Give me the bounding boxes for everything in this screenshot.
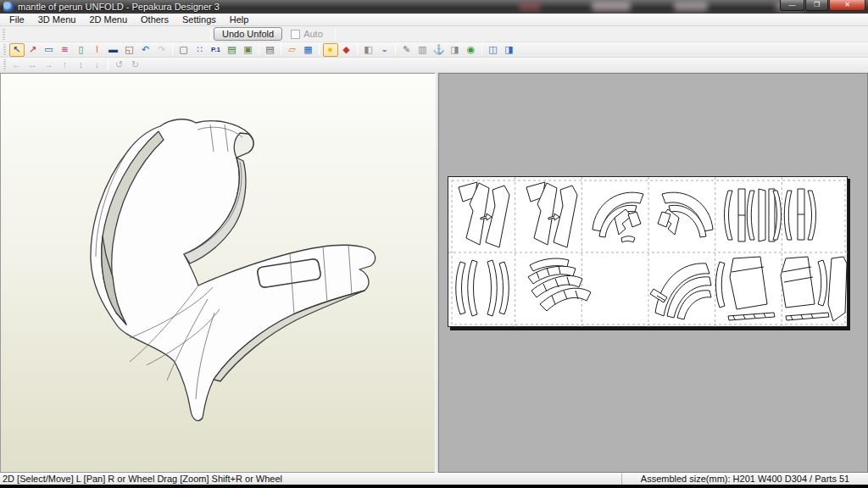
print-layout-button[interactable]: ▤	[225, 43, 240, 57]
sphere-select-tool[interactable]: ◉	[464, 43, 479, 57]
toolbar-grip[interactable]	[3, 44, 6, 55]
select-move-icon: ↖	[13, 45, 20, 54]
unfold-toolbar: Undo Unfold Auto	[0, 26, 868, 42]
color-cube-icon: ◆	[342, 45, 349, 54]
toolbar-main: ↖↗▭≋▯I▬◱↶↷▢∷P.1▤▣▤▱▦●◆◧◒✎▥⚓◨◉◫◨	[0, 42, 868, 58]
part-outline	[593, 192, 643, 242]
material-settings[interactable]: ≋	[58, 43, 73, 57]
rotate-part-tool[interactable]: ◱	[122, 43, 137, 57]
print-icon: ▤	[265, 45, 274, 54]
status-assembled-size: Assembled size(mm): H201 W400 D304 / Par…	[622, 474, 868, 485]
export-image-icon: ▣	[243, 45, 252, 54]
rotate-left-90-button[interactable]: ↺	[112, 58, 127, 72]
solid-box-view-toggle[interactable]: ◧	[361, 43, 376, 57]
layout-both-panes-icon: ◫	[488, 45, 497, 54]
texture-settings-icon: ▯	[78, 45, 83, 54]
open-box-view-icon: ◒	[381, 45, 387, 54]
page-number-toggle[interactable]: P.1	[209, 43, 224, 57]
color-cube-toggle[interactable]: ◆	[339, 43, 354, 57]
toolbar-grip[interactable]	[3, 29, 5, 40]
solid-box-view-icon: ◧	[364, 45, 372, 54]
toolbar-separator	[281, 44, 281, 55]
text-tool[interactable]: I	[90, 43, 105, 57]
page-number-icon: P.1	[211, 47, 220, 53]
flap-settings[interactable]: ▬	[106, 43, 121, 57]
viewport-2d[interactable]	[438, 73, 868, 473]
pattern-sheet[interactable]	[448, 176, 848, 327]
align-middle-horizontal-button[interactable]: ↕	[74, 58, 89, 72]
align-bottom-button[interactable]: ↓	[90, 58, 105, 72]
save-file-icon: ▦	[303, 45, 312, 54]
menu-item-3d-menu[interactable]: 3D Menu	[31, 14, 83, 25]
pen-tool[interactable]: ✎	[399, 43, 415, 57]
layout-both-panes-button[interactable]: ◫	[486, 43, 501, 57]
layout-single-pane-button[interactable]: ◨	[502, 43, 517, 57]
part-outline	[828, 257, 847, 321]
redo-button[interactable]: ↷	[154, 43, 170, 57]
toolbar-separator	[172, 44, 173, 55]
rotate-right-90-icon: ↻	[131, 60, 139, 69]
screen-edge	[0, 485, 868, 488]
edge-select-icon: ↗	[29, 45, 36, 54]
print-layout-icon: ▤	[227, 45, 236, 54]
undo-unfold-button[interactable]: Undo Unfold	[214, 27, 282, 41]
toolbar-grip[interactable]	[3, 59, 6, 70]
zoom-rectangle-tool[interactable]: ▢	[176, 43, 192, 57]
title-bar: mantle of perun UNFOLD - Pepakura Design…	[0, 0, 868, 14]
undo-button[interactable]: ↶	[138, 43, 153, 57]
check-correspondence-tool[interactable]: ∷	[192, 43, 208, 57]
part-outline	[459, 182, 509, 247]
save-file-button[interactable]: ▦	[301, 43, 316, 57]
part-outline	[526, 182, 577, 247]
pepakura-designer-window: mantle of perun UNFOLD - Pepakura Design…	[0, 0, 868, 488]
rotate-right-90-button[interactable]: ↻	[128, 58, 143, 72]
export-image-button[interactable]: ▣	[241, 43, 256, 57]
print-button[interactable]: ▤	[263, 43, 278, 57]
menu-item-file[interactable]: File	[3, 14, 31, 25]
align-right-icon: →	[44, 60, 53, 69]
align-center-vertical-button[interactable]: ↔	[25, 58, 41, 72]
open-box-view-toggle[interactable]: ◒	[377, 43, 392, 57]
model-3d	[1, 74, 436, 472]
half-box-tool[interactable]: ◨	[448, 43, 463, 57]
rotate-left-90-icon: ↺	[115, 60, 123, 69]
main-content	[0, 73, 868, 473]
toolbar-separator	[108, 59, 108, 70]
align-left-button[interactable]: ←	[9, 58, 25, 72]
pen-icon: ✎	[403, 45, 410, 54]
edge-select-tool[interactable]: ↗	[25, 43, 41, 57]
align-right-button[interactable]: →	[42, 58, 57, 72]
texture-settings[interactable]: ▯	[74, 43, 89, 57]
menu-item-others[interactable]: Others	[134, 14, 175, 25]
restore-button[interactable]: ❐	[805, 0, 828, 11]
part-outline	[658, 192, 713, 237]
app-icon	[3, 2, 14, 12]
menu-bar: File3D Menu2D MenuOthersSettingsHelp	[0, 14, 868, 26]
menu-item-help[interactable]: Help	[223, 14, 256, 25]
background-window-blur	[519, 2, 541, 11]
toolbar-separator	[259, 44, 259, 55]
align-top-button[interactable]: ↑	[58, 58, 73, 72]
open-file-button[interactable]: ▱	[285, 43, 300, 57]
check-correspondence-icon: ∷	[197, 45, 203, 54]
pattern-parts	[448, 177, 849, 328]
part-outline	[781, 257, 829, 320]
toolbar-align: ←↔→↑↕↓↺↻	[0, 58, 868, 73]
menu-item-settings[interactable]: Settings	[175, 14, 223, 25]
minimize-button[interactable]: —	[780, 0, 804, 11]
toolbar-separator	[357, 44, 358, 55]
select-move-tool[interactable]: ↖	[9, 43, 25, 57]
anchor-tool[interactable]: ⚓	[431, 43, 447, 57]
viewport-3d[interactable]	[0, 73, 435, 473]
open-file-icon: ▱	[288, 45, 295, 54]
toolbar-separator	[481, 44, 482, 55]
toolbar-separator	[335, 29, 336, 40]
part-outline	[456, 260, 509, 316]
window-select-tool[interactable]: ▭	[42, 43, 57, 57]
redo-icon: ↷	[158, 45, 165, 54]
light-bulb-toggle[interactable]: ●	[323, 43, 338, 57]
cylinder-tool[interactable]: ▥	[415, 43, 431, 57]
close-button[interactable]: ✕	[829, 0, 865, 11]
menu-item-2d-menu[interactable]: 2D Menu	[82, 14, 134, 25]
auto-checkbox[interactable]	[291, 30, 300, 39]
